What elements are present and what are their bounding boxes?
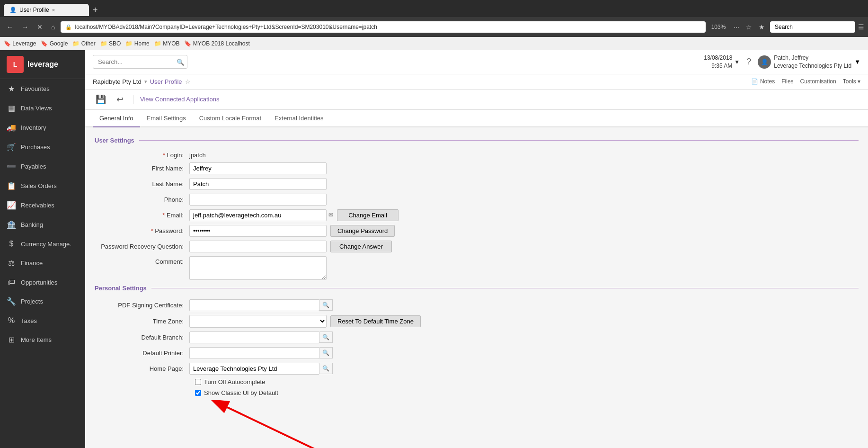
personal-settings-title: Personal Settings <box>95 285 147 292</box>
undo-btn[interactable]: ↩ <box>114 93 126 106</box>
user-settings-line <box>139 140 859 141</box>
sidebar-item-favourites[interactable]: ★ Favourites <box>0 79 85 99</box>
receivables-icon: 📈 <box>7 201 16 210</box>
help-btn[interactable]: ? <box>746 57 751 67</box>
tab-close-btn[interactable]: × <box>52 7 55 13</box>
taxes-icon: % <box>7 316 16 325</box>
reload-btn[interactable]: ✕ <box>34 22 45 32</box>
nav-right-icons: ··· ☆ ★ <box>731 22 767 32</box>
favourites-icon: ★ <box>7 84 16 93</box>
search-input[interactable] <box>93 55 187 69</box>
sidebar-item-banking[interactable]: 🏦 Banking <box>0 215 85 234</box>
change-password-btn[interactable]: Change Password <box>330 225 395 237</box>
tools-btn[interactable]: Tools ▾ <box>843 78 860 85</box>
new-tab-btn[interactable]: + <box>89 3 102 17</box>
bookmark-google[interactable]: 🔖 Google <box>41 40 68 47</box>
pdf-cert-input[interactable] <box>189 299 319 311</box>
sidebar-item-currency[interactable]: $ Currency Manage. <box>0 234 85 253</box>
sidebar-item-salesorders[interactable]: 📋 Sales Orders <box>0 176 85 196</box>
homepage-search-icon[interactable]: 🔍 <box>319 363 333 374</box>
sidebar-label-currency: Currency Manage. <box>21 241 71 248</box>
email-input[interactable] <box>189 209 327 221</box>
sidebar-item-moreitems[interactable]: ⊞ More Items <box>0 330 85 349</box>
breadcrumb-star[interactable]: ☆ <box>185 78 191 85</box>
star-icon[interactable]: ★ <box>756 22 767 32</box>
breadcrumb-page[interactable]: User Profile <box>150 78 182 85</box>
tab-external-identities[interactable]: External Identities <box>268 110 330 127</box>
classic-ui-checkbox[interactable] <box>195 390 201 396</box>
connected-apps-btn[interactable]: View Connected Applications <box>140 96 219 103</box>
sidebar-item-receivables[interactable]: 📈 Receivables <box>0 196 85 215</box>
save-btn[interactable]: 💾 <box>93 93 109 106</box>
tab-custom-locale[interactable]: Custom Locale Format <box>193 110 268 127</box>
change-answer-btn[interactable]: Change Answer <box>330 241 392 252</box>
sidebar-item-projects[interactable]: 🔧 Projects <box>0 292 85 311</box>
sidebar-item-opportunities[interactable]: 🏷 Opportunities <box>0 273 85 292</box>
firstname-row: First Name: <box>95 162 859 174</box>
customisation-btn[interactable]: Customisation <box>800 78 836 85</box>
autocomplete-checkbox[interactable] <box>195 379 201 385</box>
forward-btn[interactable]: → <box>19 22 31 32</box>
phone-input[interactable] <box>189 194 327 206</box>
files-btn[interactable]: Files <box>781 78 793 85</box>
browser-tab-active[interactable]: 👤 User Profile × <box>4 4 89 16</box>
firstname-input[interactable] <box>189 162 327 174</box>
search-btn[interactable]: 🔍 <box>177 58 185 65</box>
bookmark-home[interactable]: 📁 Home <box>125 40 149 47</box>
pdf-cert-search-icon[interactable]: 🔍 <box>319 299 333 311</box>
form-content: User Settings Login: jpatch First Name: … <box>85 127 868 448</box>
bookmark-other[interactable]: 📁 Other <box>72 40 95 47</box>
sidebar-label-opportunities: Opportunities <box>21 279 57 286</box>
user-settings-header: User Settings <box>95 137 859 144</box>
user-dropdown-icon[interactable]: ▼ <box>854 58 860 65</box>
password-recovery-input[interactable] <box>189 241 327 252</box>
datetime-dropdown-icon[interactable]: ▼ <box>734 59 740 65</box>
bookmark-myob-localhost[interactable]: 🔖 MYOB 2018 Localhost <box>184 40 249 47</box>
timezone-label: Time Zone: <box>95 318 189 325</box>
password-input[interactable] <box>189 225 327 237</box>
sidebar-item-dataviews[interactable]: ▦ Data Views <box>0 99 85 118</box>
moreitems-icon: ⊞ <box>7 335 16 344</box>
user-info[interactable]: 👤 Patch, Jeffrey Leverage Technologies P… <box>758 54 860 70</box>
payables-icon: ➖ <box>7 162 16 171</box>
more-icon[interactable]: ··· <box>731 22 742 32</box>
default-branch-input[interactable] <box>189 332 319 343</box>
default-printer-search-icon[interactable]: 🔍 <box>319 347 333 358</box>
timezone-select[interactable] <box>189 315 327 328</box>
home-btn[interactable]: ⌂ <box>48 22 58 32</box>
sidebar-toggle-icon[interactable]: ☰ <box>858 23 864 31</box>
bookmark-sbo[interactable]: 📁 SBO <box>100 40 121 47</box>
sidebar-item-taxes[interactable]: % Taxes <box>0 311 85 330</box>
sidebar-item-inventory[interactable]: 🚚 Inventory <box>0 118 85 137</box>
sidebar-item-payables[interactable]: ➖ Payables <box>0 157 85 176</box>
user-name-display: Patch, Jeffrey Leverage Technologies Pty… <box>774 54 851 70</box>
default-printer-input[interactable] <box>189 347 319 359</box>
change-email-btn[interactable]: Change Email <box>337 209 399 221</box>
back-btn[interactable]: ← <box>4 22 16 32</box>
tab-email-settings[interactable]: Email Settings <box>140 110 193 127</box>
bookmark-myob[interactable]: 📁 MYOB <box>154 40 180 47</box>
breadcrumb-actions: 📄 Notes Files Customisation Tools ▾ <box>751 78 860 85</box>
bookmark-icon[interactable]: ☆ <box>744 22 754 32</box>
breadcrumb-sep: ▾ <box>144 79 147 85</box>
salesorders-icon: 📋 <box>7 181 16 190</box>
reset-timezone-btn[interactable]: Reset To Default Time Zone <box>330 315 421 327</box>
lastname-input[interactable] <box>189 178 327 190</box>
comment-textarea[interactable] <box>189 256 327 280</box>
user-company-name: Leverage Technologies Pty Ltd <box>774 62 851 70</box>
address-bar[interactable]: 🔒 localhost/MYOBAdv2018/Main?CompanyID=L… <box>61 21 705 33</box>
notes-btn[interactable]: 📄 Notes <box>751 78 775 85</box>
sidebar-label-favourites: Favourites <box>21 85 50 92</box>
sidebar-label-dataviews: Data Views <box>21 105 52 112</box>
sidebar-item-purchases[interactable]: 🛒 Purchases <box>0 137 85 157</box>
browser-search-input[interactable]: Search <box>770 21 855 33</box>
purchases-icon: 🛒 <box>7 143 16 152</box>
sidebar-item-finance[interactable]: ⚖ Finance <box>0 253 85 273</box>
password-label: Password: <box>95 227 189 234</box>
bookmark-leverage[interactable]: 🔖 Leverage <box>4 40 36 47</box>
default-printer-label: Default Printer: <box>95 349 189 357</box>
homepage-input[interactable] <box>189 363 319 375</box>
comment-label: Comment: <box>95 256 189 265</box>
tab-general-info[interactable]: General Info <box>93 110 140 127</box>
default-branch-search-icon[interactable]: 🔍 <box>319 332 333 343</box>
